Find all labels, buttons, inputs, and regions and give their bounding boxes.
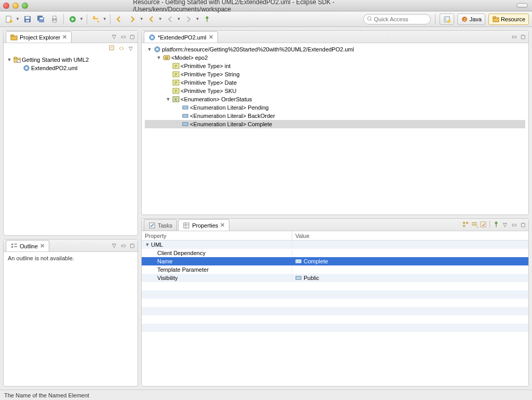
quick-access-search[interactable]: [363, 14, 431, 24]
editor-tab[interactable]: *ExtendedPO2.uml ✕: [144, 31, 218, 43]
save-all-button[interactable]: [35, 14, 47, 25]
property-row[interactable]: Template Parameter: [142, 265, 528, 274]
new-button[interactable]: +: [3, 14, 15, 25]
dropdown-icon[interactable]: ▼: [140, 17, 144, 21]
view-menu-button[interactable]: ▽: [127, 45, 134, 52]
svg-rect-58: [183, 106, 188, 109]
primitive-type-node[interactable]: P <Primitive Type> SKU: [145, 87, 525, 95]
nav-forward-button[interactable]: [183, 14, 195, 25]
quick-access-input[interactable]: [374, 16, 427, 22]
close-window-button[interactable]: [3, 3, 9, 9]
property-value: Complete: [304, 258, 328, 264]
link-with-editor-button[interactable]: [118, 45, 125, 52]
restore-defaults-button[interactable]: [480, 221, 487, 228]
collapse-all-button[interactable]: [108, 45, 116, 52]
dropdown-icon[interactable]: ▼: [158, 17, 162, 21]
resource-node[interactable]: ▼ platform:/resource/Getting%20Started%2…: [145, 45, 525, 54]
value-column-header[interactable]: Value: [292, 231, 528, 240]
primitive-type-node[interactable]: P <Primitive Type> int: [145, 62, 525, 70]
maximize-view-button[interactable]: ▢: [519, 221, 526, 228]
maximize-view-button[interactable]: ▢: [128, 242, 135, 249]
traffic-lights: [3, 3, 28, 9]
java-perspective-button[interactable]: J Java: [457, 14, 485, 25]
zoom-window-button[interactable]: [22, 3, 28, 9]
show-categories-button[interactable]: [462, 221, 469, 228]
enum-literal-node[interactable]: <Enumeration Literal> Pending: [145, 103, 525, 112]
outline-tab[interactable]: Outline ✕: [6, 240, 49, 251]
dropdown-icon[interactable]: ▼: [103, 17, 107, 21]
close-icon[interactable]: ✕: [62, 34, 67, 41]
svg-rect-41: [14, 246, 17, 247]
svg-rect-62: [184, 223, 189, 228]
properties-tab[interactable]: Properties ✕: [178, 219, 229, 231]
nav-next-annotation-button[interactable]: [127, 14, 139, 25]
property-column-header[interactable]: Property: [142, 231, 292, 240]
minimize-view-button[interactable]: ▭: [510, 221, 517, 228]
nav-prev-annotation-button[interactable]: [146, 14, 157, 25]
dropdown-icon[interactable]: ▼: [177, 17, 181, 21]
svg-rect-60: [183, 123, 188, 126]
close-icon[interactable]: ✕: [220, 222, 225, 229]
minimize-window-button[interactable]: [12, 3, 19, 9]
model-label: <Model> epo2: [171, 54, 208, 62]
show-advanced-button[interactable]: [471, 221, 478, 228]
svg-rect-38: [11, 244, 13, 245]
close-icon[interactable]: ✕: [209, 34, 213, 41]
model-tree[interactable]: ▼ platform:/resource/Getting%20Started%2…: [142, 43, 528, 215]
property-row-selected[interactable]: Name Complete: [142, 257, 528, 265]
svg-text:P: P: [174, 73, 177, 76]
property-row[interactable]: Visibility Public: [142, 274, 528, 282]
dropdown-icon[interactable]: ▼: [79, 17, 84, 21]
enumeration-node[interactable]: ▼ E <Enumeration> OrderStatus: [145, 95, 525, 103]
maximize-view-button[interactable]: ▢: [519, 33, 526, 40]
search-button[interactable]: [90, 14, 102, 25]
model-node[interactable]: ▼ M <Model> epo2: [145, 54, 525, 62]
svg-text:M: M: [165, 56, 168, 60]
enum-literal-node[interactable]: <Enumeration Literal> BackOrder: [145, 112, 525, 120]
nav-last-edit-button[interactable]: [114, 14, 125, 25]
project-node[interactable]: ▼ Getting Started with UML2: [7, 56, 134, 64]
svg-rect-74: [296, 260, 301, 263]
minimize-view-button[interactable]: ▭: [510, 33, 517, 40]
file-node[interactable]: ExtendedPO2.uml: [7, 64, 134, 72]
svg-text:+: +: [10, 20, 12, 23]
properties-table[interactable]: ▼UML Client Dependency Name Complete Tem…: [142, 241, 528, 386]
run-button[interactable]: [67, 14, 78, 25]
model-icon: M: [162, 54, 170, 61]
svg-rect-5: [25, 17, 30, 19]
project-tree[interactable]: ▼ Getting Started with UML2 ExtendedPO2.…: [4, 54, 138, 235]
dropdown-icon[interactable]: ▼: [196, 17, 200, 21]
window-pill-icon[interactable]: [516, 3, 528, 8]
property-category-row[interactable]: ▼UML: [142, 241, 528, 249]
empty-row: [142, 282, 528, 290]
pin-editor-button[interactable]: [201, 14, 213, 25]
print-button[interactable]: [49, 14, 60, 25]
minimize-view-button[interactable]: ▭: [119, 33, 127, 40]
minimize-view-button[interactable]: ▭: [119, 242, 127, 249]
editor-tab-title: *ExtendedPO2.uml: [158, 34, 207, 41]
twisty-icon[interactable]: ▼: [147, 45, 152, 54]
twisty-icon[interactable]: ▼: [166, 95, 171, 103]
close-icon[interactable]: ✕: [40, 243, 45, 249]
twisty-icon[interactable]: ▼: [7, 56, 12, 64]
twisty-icon[interactable]: ▼: [145, 242, 150, 247]
node-label: <Enumeration Literal> BackOrder: [190, 112, 275, 120]
enum-literal-node-selected[interactable]: <Enumeration Literal> Complete: [145, 120, 525, 128]
resource-perspective-button[interactable]: Resource: [488, 14, 529, 25]
twisty-icon[interactable]: ▼: [156, 54, 161, 62]
dropdown-icon[interactable]: ▼: [16, 17, 20, 21]
save-button[interactable]: [22, 14, 33, 25]
view-menu-button[interactable]: ▽: [501, 221, 509, 228]
view-menu-button[interactable]: ▽: [111, 33, 118, 40]
uml-file-icon: [22, 64, 30, 72]
view-menu-button[interactable]: ▽: [111, 242, 118, 249]
project-explorer-tab[interactable]: Project Explorer ✕: [6, 31, 72, 43]
primitive-type-node[interactable]: P <Primitive Type> Date: [145, 78, 525, 87]
open-perspective-button[interactable]: [440, 14, 454, 25]
maximize-view-button[interactable]: ▢: [128, 33, 135, 40]
tasks-tab[interactable]: Tasks: [144, 219, 177, 231]
nav-back-button[interactable]: [165, 14, 176, 25]
property-row[interactable]: Client Dependency: [142, 249, 528, 257]
primitive-type-node[interactable]: P <Primitive Type> String: [145, 70, 525, 78]
pin-button[interactable]: [493, 221, 500, 228]
